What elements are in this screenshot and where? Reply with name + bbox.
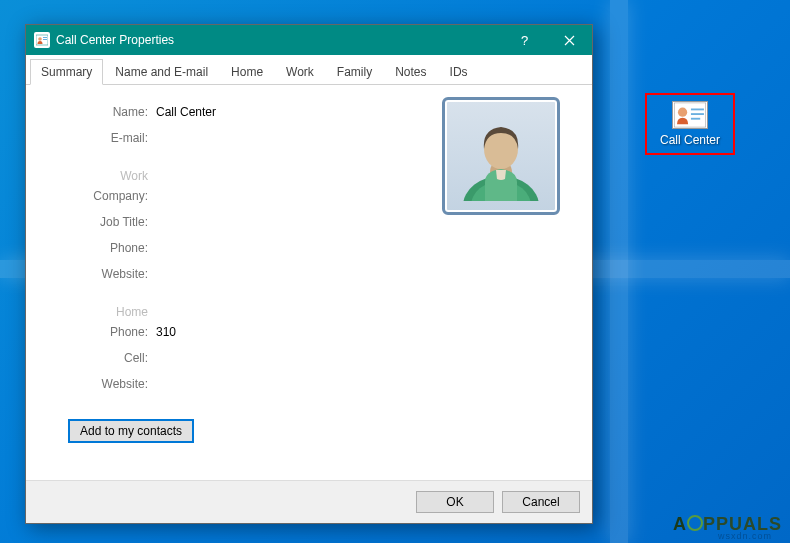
dialog-footer: OK Cancel [26, 480, 592, 523]
tab-ids[interactable]: IDs [439, 59, 479, 84]
titlebar[interactable]: Call Center Properties ? [26, 25, 592, 55]
phone-work-label: Phone: [56, 241, 156, 255]
website-home-label: Website: [56, 377, 156, 391]
dialog-title: Call Center Properties [56, 33, 502, 47]
jobtitle-label: Job Title: [56, 215, 156, 229]
phone-home-value: 310 [156, 325, 176, 339]
desktop-icon-label: Call Center [649, 133, 731, 147]
home-section-header: Home [56, 305, 156, 319]
tab-bar: Summary Name and E-mail Home Work Family… [26, 55, 592, 85]
svg-rect-3 [691, 113, 704, 115]
tab-family[interactable]: Family [326, 59, 383, 84]
desktop-background: Call Center Call Center Properties ? Sum… [0, 0, 790, 543]
ok-button[interactable]: OK [416, 491, 494, 513]
tab-summary[interactable]: Summary [30, 59, 103, 85]
svg-rect-2 [691, 109, 704, 111]
contact-avatar[interactable] [442, 97, 560, 215]
contact-file-icon [672, 101, 708, 129]
tab-content: Name: Call Center E-mail: Work Company: … [26, 85, 592, 480]
name-value: Call Center [156, 105, 216, 119]
svg-point-6 [38, 37, 42, 41]
add-to-contacts-button[interactable]: Add to my contacts [68, 419, 194, 443]
email-label: E-mail: [56, 131, 156, 145]
cancel-button[interactable]: Cancel [502, 491, 580, 513]
svg-point-1 [678, 108, 687, 117]
desktop-contact-icon[interactable]: Call Center [645, 93, 735, 155]
properties-dialog: Call Center Properties ? Summary Name an… [25, 24, 593, 524]
tab-notes[interactable]: Notes [384, 59, 437, 84]
cell-label: Cell: [56, 351, 156, 365]
contact-icon [34, 32, 50, 48]
tab-home[interactable]: Home [220, 59, 274, 84]
tab-work[interactable]: Work [275, 59, 325, 84]
source-watermark: wsxdn.com [718, 531, 772, 541]
help-button[interactable]: ? [502, 25, 547, 55]
svg-rect-7 [43, 37, 47, 38]
close-button[interactable] [547, 25, 592, 55]
name-label: Name: [56, 105, 156, 119]
work-section-header: Work [56, 169, 156, 183]
svg-rect-4 [691, 118, 700, 120]
tab-name-email[interactable]: Name and E-mail [104, 59, 219, 84]
website-work-label: Website: [56, 267, 156, 281]
company-label: Company: [56, 189, 156, 203]
svg-rect-8 [43, 39, 47, 40]
phone-home-label: Phone: [56, 325, 156, 339]
